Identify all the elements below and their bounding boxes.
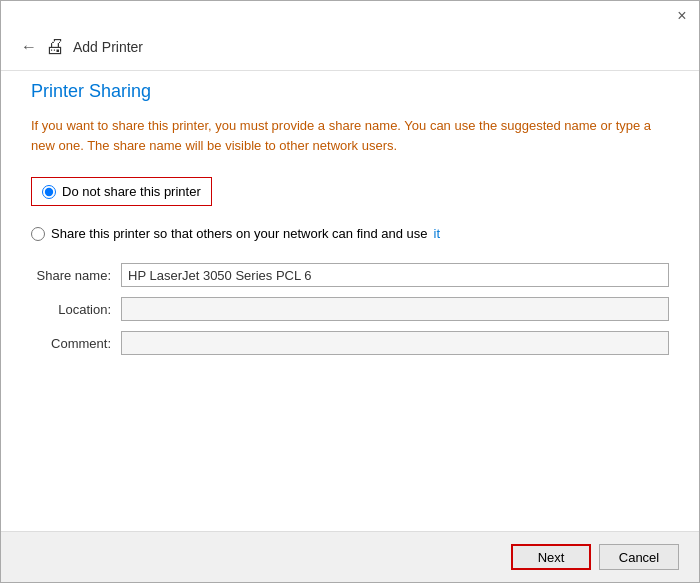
printer-icon: 🖨 (45, 35, 65, 58)
cancel-button[interactable]: Cancel (599, 544, 679, 570)
title-bar: × (1, 1, 699, 31)
window-title: Add Printer (73, 39, 143, 55)
share-radio[interactable] (31, 227, 45, 241)
share-name-row: Share name: (31, 263, 669, 287)
no-share-option-box: Do not share this printer (31, 177, 212, 206)
comment-row: Comment: (31, 331, 669, 355)
comment-label: Comment: (31, 336, 121, 351)
share-option[interactable]: Share this printer so that others on you… (31, 226, 669, 241)
no-share-label: Do not share this printer (62, 184, 201, 199)
description-text: If you want to share this printer, you m… (31, 116, 669, 155)
next-button[interactable]: Next (511, 544, 591, 570)
share-name-input[interactable] (121, 263, 669, 287)
no-share-radio[interactable] (42, 185, 56, 199)
footer: Next Cancel (1, 531, 699, 582)
share-label-text: Share this printer so that others on you… (51, 226, 428, 241)
add-printer-window: × ← 🖨 Add Printer Printer Sharing If you… (0, 0, 700, 583)
share-link-text: it (434, 226, 441, 241)
content-area: Printer Sharing If you want to share thi… (1, 71, 699, 531)
form-fields: Share name: Location: Comment: (31, 263, 669, 355)
back-button[interactable]: ← (21, 38, 37, 56)
location-row: Location: (31, 297, 669, 321)
comment-input[interactable] (121, 331, 669, 355)
location-input[interactable] (121, 297, 669, 321)
section-title: Printer Sharing (31, 81, 669, 102)
share-name-label: Share name: (31, 268, 121, 283)
header-bar: ← 🖨 Add Printer (1, 31, 699, 70)
close-button[interactable]: × (673, 7, 691, 25)
location-label: Location: (31, 302, 121, 317)
no-share-option[interactable]: Do not share this printer (42, 184, 201, 199)
